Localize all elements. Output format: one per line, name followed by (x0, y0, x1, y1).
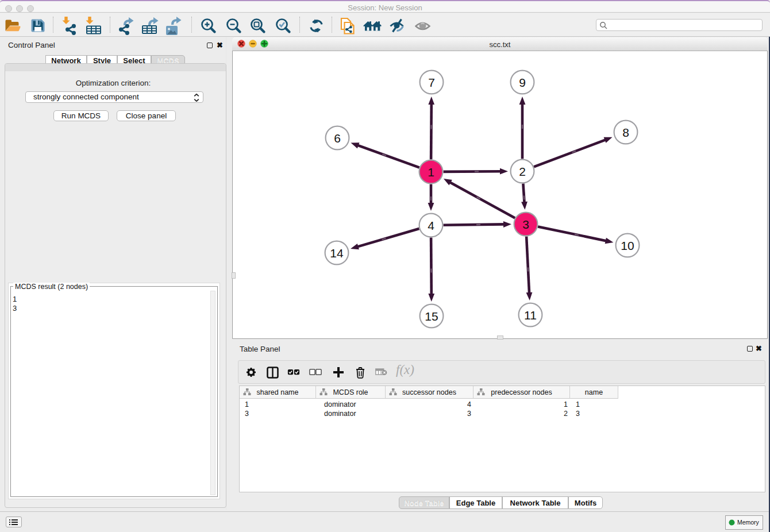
svg-text:8: 8 (622, 126, 629, 139)
svg-text:6: 6 (334, 132, 341, 145)
svg-text:4: 4 (428, 219, 434, 232)
svg-text:10: 10 (621, 239, 634, 252)
svg-text:1: 1 (428, 165, 434, 179)
svg-text:7: 7 (428, 76, 435, 89)
svg-text:3: 3 (522, 218, 529, 231)
svg-text:2: 2 (519, 165, 526, 178)
svg-text:15: 15 (425, 310, 438, 323)
svg-text:11: 11 (524, 309, 537, 322)
svg-text:14: 14 (330, 246, 344, 260)
svg-text:9: 9 (519, 76, 526, 89)
